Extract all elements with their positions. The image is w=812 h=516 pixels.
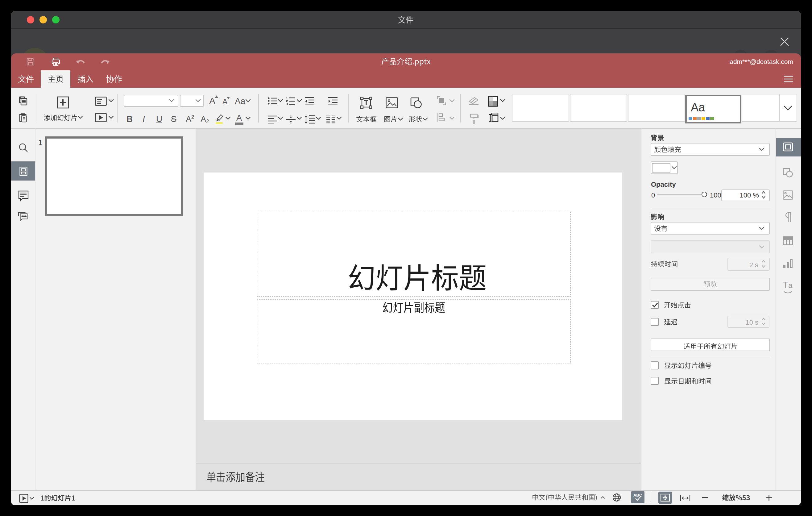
- svg-text:ABC: ABC: [633, 493, 642, 497]
